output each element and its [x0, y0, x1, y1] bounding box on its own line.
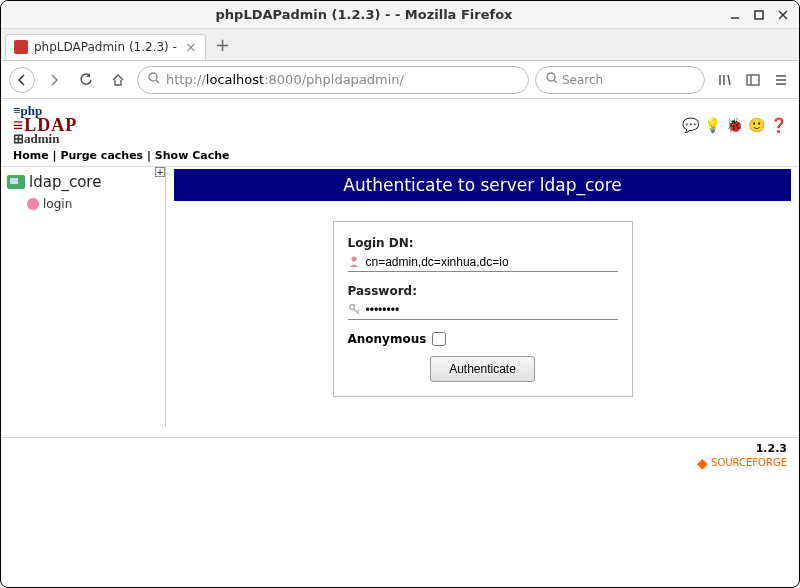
svg-line-5 [156, 80, 159, 83]
svg-rect-11 [747, 75, 759, 85]
sidebar-toggle-icon[interactable] [743, 73, 763, 87]
tab-favicon [14, 40, 28, 54]
browser-tabbar: phpLDAPadmin (1.2.3) - × + [1, 29, 799, 61]
svg-line-7 [554, 80, 557, 83]
request-feature-icon[interactable]: 💬 [681, 116, 699, 134]
password-label: Password: [348, 284, 618, 298]
toolbar-right-icons [715, 73, 791, 87]
server-icon [7, 175, 25, 189]
server-sidebar: + ldap_core login [1, 167, 166, 427]
svg-rect-1 [755, 11, 763, 19]
login-link[interactable]: login [3, 195, 163, 213]
page-content: ≡php ≡LDAP ⊞admin 💬 💡 🐞 🙂 ❓ Home | Purge… [1, 99, 799, 588]
url-path: :8000/phpldapadmin/ [264, 72, 404, 87]
key-icon [348, 303, 362, 317]
auth-form: Login DN: Password: Anonymous [333, 221, 633, 397]
svg-point-6 [547, 73, 555, 81]
main-pane: Authenticate to server ldap_core Login D… [166, 167, 799, 427]
server-name: ldap_core [29, 173, 101, 191]
svg-line-10 [728, 75, 730, 85]
sidebar-expand-button[interactable]: + [155, 167, 165, 177]
forward-button[interactable] [41, 67, 67, 93]
window-maximize-button[interactable] [751, 7, 767, 23]
person-icon [27, 198, 39, 210]
login-dn-label: Login DN: [348, 236, 618, 250]
logo-row: ≡php ≡LDAP ⊞admin 💬 💡 🐞 🙂 ❓ [1, 99, 799, 147]
url-prefix: http:// [166, 72, 206, 87]
search-placeholder: Search [562, 73, 603, 87]
url-host: localhost [206, 72, 264, 87]
show-cache-link[interactable]: Show Cache [155, 149, 230, 162]
anonymous-label: Anonymous [348, 332, 427, 346]
server-node[interactable]: ldap_core [3, 169, 163, 195]
window-title: phpLDAPadmin (1.2.3) - - Mozilla Firefox [9, 7, 719, 22]
browser-tab[interactable]: phpLDAPadmin (1.2.3) - × [5, 34, 206, 60]
home-link[interactable]: Home [13, 149, 49, 162]
smiley-icon[interactable]: 🙂 [747, 116, 765, 134]
search-icon [148, 72, 160, 87]
main-row: + ldap_core login Authenticate to server… [1, 167, 799, 427]
login-dn-input[interactable] [366, 255, 618, 269]
new-tab-button[interactable]: + [210, 32, 236, 58]
lightbulb-icon[interactable]: 💡 [703, 116, 721, 134]
svg-point-4 [149, 73, 157, 81]
sourceforge-link[interactable]: ◆ SOURCEFORGE [13, 455, 787, 471]
back-button[interactable] [9, 67, 35, 93]
anonymous-checkbox[interactable] [432, 332, 446, 346]
search-bar[interactable]: Search [535, 66, 705, 94]
link-bar: Home | Purge caches | Show Cache [1, 147, 799, 167]
menu-icon[interactable] [771, 73, 791, 87]
tab-label: phpLDAPadmin (1.2.3) - [34, 40, 177, 54]
browser-toolbar: http://localhost:8000/phpldapadmin/ Sear… [1, 61, 799, 99]
purge-caches-link[interactable]: Purge caches [60, 149, 143, 162]
version-text: 1.2.3 [13, 442, 787, 455]
tab-close-icon[interactable]: × [185, 39, 197, 55]
bug-icon[interactable]: 🐞 [725, 116, 743, 134]
window-close-button[interactable] [775, 7, 791, 23]
page-footer: 1.2.3 ◆ SOURCEFORGE [1, 437, 799, 475]
window-titlebar: phpLDAPadmin (1.2.3) - - Mozilla Firefox [1, 1, 799, 29]
svg-line-19 [357, 310, 359, 312]
login-dn-field-row [348, 253, 618, 272]
search-icon [546, 72, 558, 87]
help-icon[interactable]: ❓ [769, 116, 787, 134]
reload-button[interactable] [73, 67, 99, 93]
password-input[interactable] [366, 303, 618, 317]
header-icons: 💬 💡 🐞 🙂 ❓ [681, 116, 787, 134]
window-minimize-button[interactable] [727, 7, 743, 23]
url-text: http://localhost:8000/phpldapadmin/ [166, 72, 518, 87]
library-icon[interactable] [715, 73, 735, 87]
anonymous-row: Anonymous [348, 332, 618, 346]
authenticate-button[interactable]: Authenticate [430, 356, 535, 382]
person-icon [348, 255, 362, 269]
home-button[interactable] [105, 67, 131, 93]
svg-point-16 [351, 256, 356, 261]
auth-banner: Authenticate to server ldap_core [174, 169, 791, 201]
login-label: login [43, 197, 72, 211]
password-field-row [348, 301, 618, 320]
phpldapadmin-logo: ≡php ≡LDAP ⊞admin [13, 105, 77, 145]
svg-point-17 [349, 304, 354, 309]
url-bar[interactable]: http://localhost:8000/phpldapadmin/ [137, 66, 529, 94]
